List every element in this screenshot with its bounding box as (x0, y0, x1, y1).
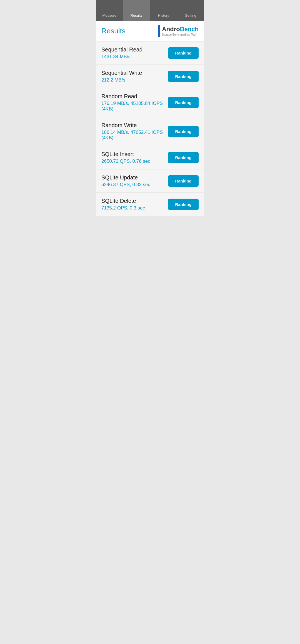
nav-label-results: Results (131, 13, 142, 18)
logo-bar-decoration (158, 25, 160, 37)
result-info: Sequential Read 1431.34 MB/s (101, 46, 168, 60)
result-name: Random Read (101, 93, 168, 100)
ranking-button[interactable]: Ranking (168, 199, 199, 210)
result-value: 186.14 MB/s, 47652.41 IOPS (4KB) (101, 130, 168, 141)
result-item: Sequential Write 212.2 MB/s Ranking (96, 65, 204, 88)
result-value: 1431.34 MB/s (101, 54, 168, 60)
ranking-button[interactable]: Ranking (168, 152, 199, 163)
result-name: Sequential Read (101, 46, 168, 53)
nav-label-measure: Measure (102, 13, 116, 18)
result-item: SQLite Delete 7135.2 QPS, 0.3 sec Rankin… (96, 193, 204, 216)
result-item: SQLite Insert 2650.72 QPS, 0.76 sec Rank… (96, 146, 204, 169)
result-name: SQLite Update (101, 174, 168, 181)
page-header: Results Andro Bench Storage Benchmarking… (96, 21, 204, 41)
nav-item-setting[interactable]: Setting (177, 0, 204, 21)
logo-text-block: Andro Bench Storage Benchmarking Tool (162, 26, 199, 36)
result-item: Random Write 186.14 MB/s, 47652.41 IOPS … (96, 117, 204, 146)
result-value: 212.2 MB/s (101, 77, 168, 83)
result-name: SQLite Delete (101, 198, 168, 204)
nav-item-measure[interactable]: Measure (96, 0, 123, 21)
navigation-bar: Measure Results (96, 0, 204, 21)
ranking-button[interactable]: Ranking (168, 47, 199, 59)
ranking-button[interactable]: Ranking (168, 97, 199, 108)
ranking-button[interactable]: Ranking (168, 175, 199, 187)
nav-label-setting: Setting (185, 13, 196, 18)
result-value: 7135.2 QPS, 0.3 sec (101, 205, 168, 211)
result-item: SQLite Update 6246.37 QPS, 0.32 sec Rank… (96, 169, 204, 193)
app-logo: Andro Bench Storage Benchmarking Tool (158, 25, 199, 37)
result-value: 2650.72 QPS, 0.76 sec (101, 159, 168, 164)
nav-item-results[interactable]: Results (123, 0, 150, 21)
result-name: Sequential Write (101, 70, 168, 76)
ranking-button[interactable]: Ranking (168, 126, 199, 137)
result-info: SQLite Insert 2650.72 QPS, 0.76 sec (101, 151, 168, 164)
result-value: 6246.37 QPS, 0.32 sec (101, 182, 168, 187)
result-info: Random Write 186.14 MB/s, 47652.41 IOPS … (101, 122, 168, 141)
result-name: Random Write (101, 122, 168, 129)
logo-bench: Bench (180, 26, 199, 33)
nav-label-history: History (158, 13, 169, 18)
result-info: SQLite Update 6246.37 QPS, 0.32 sec (101, 174, 168, 187)
empty-area (96, 216, 204, 300)
result-info: SQLite Delete 7135.2 QPS, 0.3 sec (101, 198, 168, 211)
ranking-button[interactable]: Ranking (168, 71, 199, 82)
results-list: Sequential Read 1431.34 MB/s Ranking Seq… (96, 41, 204, 216)
logo-subtitle: Storage Benchmarking Tool (162, 33, 196, 36)
result-info: Sequential Write 212.2 MB/s (101, 70, 168, 83)
page-title: Results (101, 27, 126, 35)
result-info: Random Read 176.19 MB/s, 45105.84 IOPS (… (101, 93, 168, 112)
result-name: SQLite Insert (101, 151, 168, 157)
nav-item-history[interactable]: History (150, 0, 177, 21)
logo-andro: Andro (162, 26, 180, 33)
result-item: Random Read 176.19 MB/s, 45105.84 IOPS (… (96, 88, 204, 117)
result-value: 176.19 MB/s, 45105.84 IOPS (4KB) (101, 101, 168, 112)
result-item: Sequential Read 1431.34 MB/s Ranking (96, 41, 204, 65)
